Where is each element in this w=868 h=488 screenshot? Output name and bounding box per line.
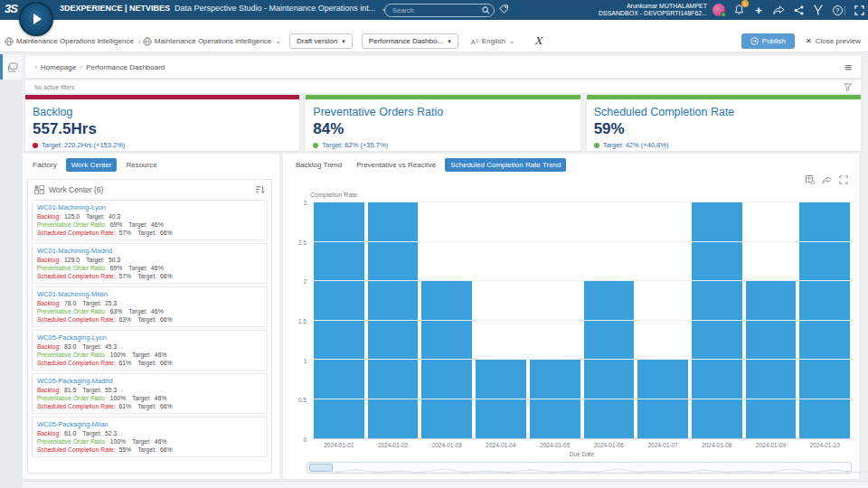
kpi-target: Target: 42% (+40.8%) — [603, 141, 669, 149]
tab-factory[interactable]: Factory — [27, 158, 62, 172]
kpi-title: Backlog — [33, 106, 292, 118]
data-view-icon[interactable] — [806, 175, 815, 184]
breadcrumb-root[interactable]: Maintenance Operations Intelligence — [16, 37, 134, 45]
work-center-list-card: Work Center (6) WC01-Machining-Lyon Back… — [27, 179, 272, 474]
app-title: Data Perspective Studio - Maintenance Op… — [175, 4, 375, 13]
pages-icon — [7, 62, 18, 72]
avatar[interactable] — [712, 4, 725, 16]
3dexperience-compass-icon[interactable] — [19, 2, 53, 36]
pages-rail-item[interactable] — [0, 54, 23, 80]
x-tick-label: 2024-01-05 — [528, 442, 582, 448]
sched-metric-line: Scheduled Completion Rate:55%Target:66% — [37, 446, 262, 454]
chevron-right-icon: › — [138, 37, 141, 46]
publish-button[interactable]: Publish — [741, 33, 795, 49]
tag-icon[interactable] — [499, 5, 509, 14]
kpi-title: Scheduled Completion Rate — [594, 106, 854, 118]
backlog-metric-line: Backlog:129.0Target:50.3 — [37, 256, 262, 264]
work-center-link[interactable]: WC05-Packaging-Milan — [37, 420, 262, 428]
x-tick-label: 2024-01-09 — [744, 442, 798, 448]
backlog-metric-line: Backlog:125.0Target:40.3 — [37, 212, 262, 221]
tab-backlog-trend[interactable]: Backlog Trend — [290, 158, 347, 172]
work-center-list-item[interactable]: WC05-Packaging-Lyon Backlog:83.0Target:4… — [32, 330, 268, 371]
bottom-scrollbar-track[interactable] — [0, 481, 868, 488]
kpi-target: Target: 220.2Hrs (+153.2%) — [42, 141, 125, 149]
add-content-button[interactable]: + — [752, 4, 765, 16]
bar[interactable] — [476, 360, 526, 438]
list-title: Work Center (6) — [49, 185, 103, 194]
data-zoom-slider[interactable] — [307, 462, 852, 474]
kpi-value: 59% — [594, 120, 854, 138]
data-zoom-handle[interactable] — [309, 464, 333, 472]
3ds-swoosh-icon[interactable] — [812, 4, 825, 16]
bar[interactable] — [368, 202, 419, 438]
ratio-metric-line: Preventative Order Ratio:100%Target:46% — [37, 351, 262, 359]
work-center-link[interactable]: WC05-Packaging-Madrid — [37, 377, 262, 385]
filter-funnel-icon[interactable] — [844, 83, 852, 91]
bar[interactable] — [637, 360, 688, 438]
online-status-dot — [721, 12, 726, 17]
tab-preventative-vs-reactive[interactable]: Preventative vs Reactive — [351, 158, 441, 172]
bar[interactable] — [314, 202, 364, 438]
sort-icon[interactable] — [255, 185, 265, 194]
work-center-list-item[interactable]: WC01-Machining-Milan Backlog:78.0Target:… — [32, 286, 268, 327]
close-preview-button[interactable]: ✕ Close preview — [806, 37, 861, 45]
gridline — [312, 241, 852, 242]
work-center-list-item[interactable]: WC01-Machining-Madrid Backlog:129.0Targe… — [32, 243, 268, 284]
x-formula-icon[interactable]: X — [535, 35, 542, 47]
work-center-link[interactable]: WC05-Packaging-Lyon — [37, 333, 262, 342]
user-info[interactable]: Arunkumar MUTHALAMPET DSSANDBOX - DEVOPS… — [599, 3, 707, 17]
breadcrumb-performance-dashboard[interactable]: Performance Dashboard — [86, 63, 165, 71]
version-selector[interactable]: Draft version▾ — [289, 33, 353, 49]
work-center-link[interactable]: WC01-Machining-Madrid — [37, 247, 262, 255]
bar[interactable] — [421, 281, 472, 438]
filter-bar: No active filters — [25, 80, 861, 93]
chart-tabs: Backlog Trend Preventative vs Reactive S… — [283, 154, 859, 172]
tab-work-center[interactable]: Work Center — [66, 158, 118, 172]
kpi-card-backlog[interactable]: Backlog 557.5Hrs Target: 220.2Hrs (+153.… — [25, 95, 299, 151]
gridline — [312, 359, 852, 360]
sched-metric-line: Scheduled Completion Rate:61%Target:66% — [37, 402, 262, 410]
hamburger-menu-icon[interactable]: ≡ — [844, 61, 852, 74]
x-tick-label: 2024-01-04 — [474, 442, 528, 448]
ratio-metric-line: Preventative Order Ratio:100%Target:46% — [37, 437, 262, 446]
work-center-list-item[interactable]: WC05-Packaging-Milan Backlog:61.0Target:… — [32, 417, 268, 457]
bar[interactable] — [692, 202, 742, 438]
kpi-card-scheduled-completion-rate[interactable]: Scheduled Completion Rate 59% Target: 42… — [587, 95, 861, 151]
bar[interactable] — [530, 360, 580, 438]
bar-series — [312, 202, 852, 438]
work-center-list-item[interactable]: WC01-Machining-Lyon Backlog:125.0Target:… — [32, 200, 268, 240]
search-box[interactable] — [384, 4, 495, 17]
chevron-down-icon[interactable]: ⌄ — [275, 37, 281, 45]
bar[interactable] — [799, 202, 850, 438]
share-nodes-icon[interactable] — [792, 4, 805, 16]
tab-resource[interactable]: Resource — [120, 158, 162, 172]
chart-toolbar — [806, 175, 848, 184]
tenant-name: DSSANDBOX - DEVOPSRTI148F62... — [599, 10, 707, 17]
notifications-bell-icon[interactable]: 1 — [732, 4, 745, 16]
tab-scheduled-completion-rate-trend[interactable]: Scheduled Completion Rate Trend — [445, 158, 566, 172]
kpi-card-preventative-orders-ratio[interactable]: Preventative Orders Ratio 84% Target: 62… — [306, 95, 580, 151]
work-center-link[interactable]: WC01-Machining-Milan — [37, 290, 262, 298]
share-chart-icon[interactable] — [822, 176, 832, 184]
x-tick-label: 2024-01-06 — [582, 442, 637, 448]
breadcrumb-homepage[interactable]: Homepage — [41, 63, 76, 71]
translate-icon: A — [470, 37, 479, 46]
language-selector[interactable]: A English ⌄ — [470, 37, 519, 46]
bar[interactable] — [746, 281, 797, 438]
share-forward-icon[interactable] — [772, 4, 785, 16]
gridline — [312, 320, 852, 321]
gridline — [312, 202, 852, 202]
breadcrumb-current[interactable]: Maintenance Operations intelligence — [155, 37, 271, 45]
ratio-metric-line: Preventative Order Ratio:100%Target:46% — [37, 394, 262, 402]
list-icon — [34, 185, 44, 194]
work-center-list-item[interactable]: WC05-Packaging-Madrid Backlog:81.5Target… — [32, 373, 268, 414]
expand-chart-icon[interactable] — [839, 175, 848, 184]
gridline — [312, 280, 852, 281]
y-axis-title: Completion Rate — [310, 192, 357, 198]
bar[interactable] — [584, 281, 635, 438]
dashboard-selector[interactable]: Performance Dashbo...▾ — [362, 33, 458, 49]
search-input[interactable] — [392, 6, 482, 14]
sched-metric-line: Scheduled Completion Rate:57%Target:66% — [37, 272, 262, 280]
fullscreen-icon[interactable] — [853, 4, 865, 16]
work-center-link[interactable]: WC01-Machining-Lyon — [37, 203, 262, 211]
